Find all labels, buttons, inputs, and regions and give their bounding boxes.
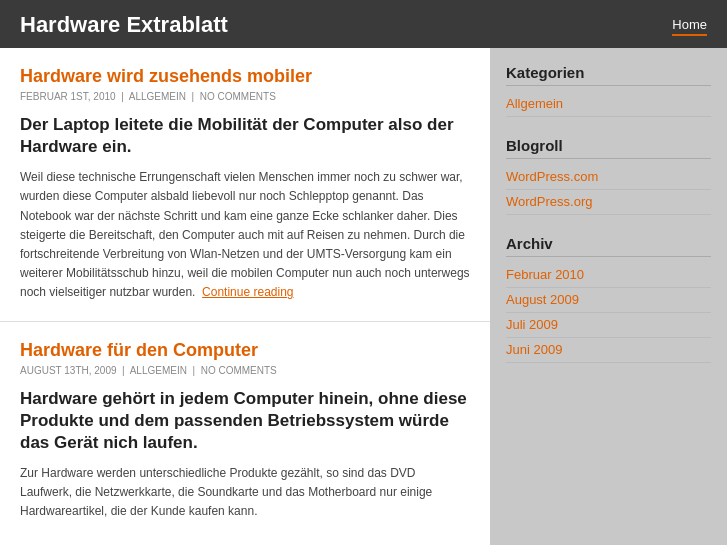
sidebar-archiv-jun2009[interactable]: Juni 2009 [506, 342, 562, 357]
list-item: WordPress.org [506, 190, 711, 215]
post-2-body: Zur Hardware werden unterschiedliche Pro… [20, 464, 470, 545]
post-1: Hardware wird zusehends mobiler Februar … [0, 48, 490, 322]
post-2-meta: August 13th, 2009 | Allgemein | No Comme… [20, 365, 470, 376]
sidebar-blogroll: Blogroll WordPress.com WordPress.org [506, 137, 711, 215]
sidebar-kategorien-title: Kategorien [506, 64, 711, 86]
sidebar-archiv-list: Februar 2010 August 2009 Juli 2009 Juni … [506, 263, 711, 363]
list-item: August 2009 [506, 288, 711, 313]
post-2-subtitle: Hardware gehört in jedem Computer hinein… [20, 388, 470, 454]
post-2-category[interactable]: Allgemein [130, 365, 187, 376]
post-1-meta: Februar 1st, 2010 | Allgemein | No Comme… [20, 91, 470, 102]
sidebar-archiv: Archiv Februar 2010 August 2009 Juli 200… [506, 235, 711, 363]
post-1-subtitle: Der Laptop leitete die Mobilität der Com… [20, 114, 470, 158]
post-2: Hardware für den Computer August 13th, 2… [0, 322, 490, 546]
list-item: Februar 2010 [506, 263, 711, 288]
site-title: Hardware Extrablatt [20, 12, 228, 38]
sidebar-archiv-aug2009[interactable]: August 2009 [506, 292, 579, 307]
list-item: Allgemein [506, 92, 711, 117]
sidebar-blogroll-wpcom[interactable]: WordPress.com [506, 169, 598, 184]
post-1-comments[interactable]: No Comments [200, 91, 276, 102]
post-1-body: Weil diese technische Errungenschaft vie… [20, 168, 470, 302]
sidebar-kategorien-list: Allgemein [506, 92, 711, 117]
list-item: Juni 2009 [506, 338, 711, 363]
main-content: Hardware wird zusehends mobiler Februar … [0, 48, 490, 545]
header: Hardware Extrablatt Home [0, 0, 727, 48]
main-nav: Home [672, 17, 707, 33]
post-1-category[interactable]: Allgemein [129, 91, 186, 102]
sidebar-kategorien-allgemein[interactable]: Allgemein [506, 96, 563, 111]
post-2-comments[interactable]: No Comments [201, 365, 277, 376]
nav-home[interactable]: Home [672, 17, 707, 36]
post-1-title-link[interactable]: Hardware wird zusehends mobiler [20, 66, 312, 86]
sidebar-blogroll-wporg[interactable]: WordPress.org [506, 194, 592, 209]
sidebar-archiv-title: Archiv [506, 235, 711, 257]
sidebar-blogroll-list: WordPress.com WordPress.org [506, 165, 711, 215]
post-1-read-more[interactable]: Continue reading [202, 285, 293, 299]
post-2-date: August 13th, 2009 [20, 365, 117, 376]
list-item: WordPress.com [506, 165, 711, 190]
post-1-date: Februar 1st, 2010 [20, 91, 116, 102]
sidebar: Kategorien Allgemein Blogroll WordPress.… [490, 48, 727, 545]
sidebar-kategorien: Kategorien Allgemein [506, 64, 711, 117]
sidebar-blogroll-title: Blogroll [506, 137, 711, 159]
post-2-title-link[interactable]: Hardware für den Computer [20, 340, 258, 360]
sidebar-archiv-feb2010[interactable]: Februar 2010 [506, 267, 584, 282]
sidebar-archiv-jul2009[interactable]: Juli 2009 [506, 317, 558, 332]
list-item: Juli 2009 [506, 313, 711, 338]
